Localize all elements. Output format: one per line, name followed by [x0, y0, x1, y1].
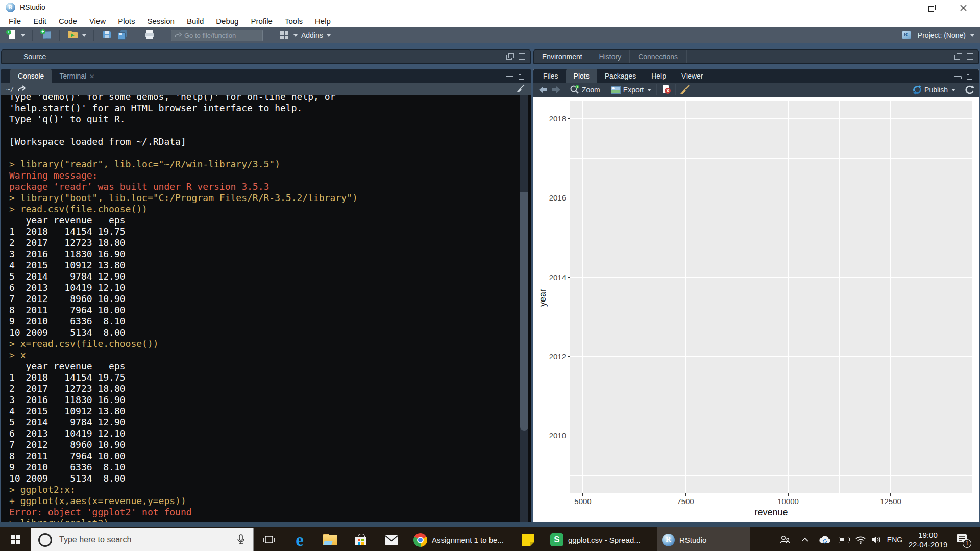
console-scrollbar-thumb[interactable]: [520, 192, 528, 431]
export-label[interactable]: Export: [623, 86, 644, 94]
menu-tools[interactable]: Tools: [279, 17, 309, 26]
plot-forward-icon[interactable]: [551, 85, 562, 95]
menu-build[interactable]: Build: [181, 17, 210, 26]
plot-back-icon[interactable]: [537, 85, 549, 95]
menu-file[interactable]: File: [3, 17, 27, 26]
print-icon[interactable]: [143, 29, 156, 41]
tab-help[interactable]: Help: [644, 69, 674, 83]
microphone-icon[interactable]: [237, 534, 245, 546]
console-line: 3 2016 11830 16.90: [9, 394, 510, 406]
open-file-icon[interactable]: [66, 29, 80, 41]
project-cube-icon[interactable]: R: [900, 29, 913, 41]
clear-all-plots-icon[interactable]: [679, 85, 691, 95]
menu-code[interactable]: Code: [53, 17, 83, 26]
open-file-caret[interactable]: [82, 34, 86, 37]
environment-maximize-icon[interactable]: [967, 53, 973, 60]
console-line: 1 2018 14154 19.75: [9, 226, 510, 237]
export-plot-icon[interactable]: [610, 85, 621, 95]
task-view-button[interactable]: [254, 527, 284, 551]
addins-grid-icon[interactable]: [278, 29, 291, 41]
hidden-icons-button[interactable]: [796, 527, 814, 551]
menu-view[interactable]: View: [83, 17, 112, 26]
save-all-icon[interactable]: [116, 29, 129, 41]
taskbar-app-chrome[interactable]: Assignment 1 to be...: [408, 527, 513, 551]
spreadsheet-icon: S: [550, 533, 564, 546]
addins-label[interactable]: Addins: [301, 31, 323, 39]
minimize-button[interactable]: [886, 0, 917, 15]
console-line: > x=read.csv(file.choose()): [9, 338, 510, 349]
store-button[interactable]: [346, 527, 376, 551]
menu-help[interactable]: Help: [309, 17, 337, 26]
environment-restore-icon[interactable]: [954, 53, 962, 60]
addins-caret[interactable]: [327, 34, 331, 37]
taskbar-app-spreadsheet[interactable]: Sggplot.csv - Spread...: [545, 527, 654, 551]
maximize-button[interactable]: [917, 0, 947, 15]
mail-button[interactable]: [376, 527, 407, 551]
edge-button[interactable]: e: [284, 527, 315, 551]
plots-minimize-icon[interactable]: [954, 76, 962, 79]
tab-viewer[interactable]: Viewer: [674, 69, 711, 83]
save-icon[interactable]: [101, 29, 114, 41]
publish-label[interactable]: Publish: [924, 86, 948, 94]
menu-plots[interactable]: Plots: [112, 17, 141, 26]
tab-connections[interactable]: Connections: [630, 50, 687, 63]
zoom-plot-icon[interactable]: +: [570, 85, 580, 95]
plots-restore-icon[interactable]: [967, 73, 974, 80]
console-output[interactable]: Type 'demo()' for some demos, 'help()' f…: [1, 95, 531, 522]
volume-tray[interactable]: [868, 527, 885, 551]
terminal-close-icon[interactable]: ✕: [89, 73, 94, 80]
tab-files[interactable]: Files: [535, 69, 566, 83]
close-button[interactable]: [948, 0, 978, 15]
console-line: Error: object 'ggplot2' not found: [9, 507, 510, 518]
new-file-caret[interactable]: [21, 34, 25, 37]
start-button[interactable]: [0, 527, 31, 551]
file-explorer-icon: [323, 534, 337, 545]
publish-caret[interactable]: [951, 89, 955, 91]
tab-terminal[interactable]: Terminal✕: [52, 69, 102, 83]
tab-plots[interactable]: Plots: [566, 69, 597, 83]
taskbar: Type here to search e Assignment 1 to be…: [0, 527, 980, 551]
new-file-icon[interactable]: +: [5, 29, 18, 41]
zoom-label[interactable]: Zoom: [582, 86, 600, 94]
action-center-tray[interactable]: 1: [951, 527, 974, 551]
project-caret[interactable]: [970, 34, 974, 37]
taskbar-app-rstudio[interactable]: RRStudio: [657, 527, 750, 551]
console-restore-icon[interactable]: [519, 73, 526, 80]
taskbar-search[interactable]: Type here to search: [31, 528, 254, 551]
project-label[interactable]: Project: (None): [918, 31, 966, 39]
source-restore-icon[interactable]: [506, 53, 513, 60]
console-minimize-icon[interactable]: [506, 76, 513, 79]
plots-toolbar: + Zoom Export x Publish: [533, 83, 979, 97]
console-line: [Workspace loaded from ~/.RData]: [9, 136, 510, 147]
menu-session[interactable]: Session: [141, 17, 181, 26]
console-line: year revenue eps: [9, 361, 510, 372]
tab-history[interactable]: History: [591, 50, 630, 63]
goto-file-search[interactable]: Go to file/function: [171, 30, 263, 41]
people-tray[interactable]: [775, 527, 794, 551]
remove-plot-icon[interactable]: x: [660, 85, 672, 95]
export-caret[interactable]: [647, 89, 651, 91]
clock-tray[interactable]: 19:0022-04-2019: [905, 527, 950, 551]
language-tray[interactable]: ENG: [885, 527, 904, 551]
onedrive-tray[interactable]: [815, 527, 835, 551]
tab-environment[interactable]: Environment: [534, 50, 591, 63]
tab-packages[interactable]: Packages: [597, 69, 644, 83]
taskbar-app-sticky-notes[interactable]: [517, 527, 543, 551]
new-project-icon[interactable]: +: [39, 29, 53, 41]
refresh-plot-icon[interactable]: [965, 85, 975, 95]
publish-icon[interactable]: [912, 85, 922, 95]
menu-debug[interactable]: Debug: [210, 17, 244, 26]
menu-edit[interactable]: Edit: [27, 17, 53, 26]
battery-tray[interactable]: [835, 527, 853, 551]
network-tray[interactable]: [852, 527, 869, 551]
source-maximize-icon[interactable]: [519, 53, 525, 60]
menu-profile[interactable]: Profile: [244, 17, 279, 26]
file-explorer-button[interactable]: [315, 527, 346, 551]
console-goto-dir-icon[interactable]: [17, 85, 26, 92]
y-tick-label: 2012: [535, 352, 566, 361]
addins-grid-caret[interactable]: [293, 34, 298, 37]
console-clear-icon[interactable]: [516, 84, 526, 93]
console-line: 4 2015 10912 13.80: [9, 260, 510, 271]
tab-console[interactable]: Console: [10, 69, 52, 83]
x-tick-label: 12500: [870, 497, 911, 506]
